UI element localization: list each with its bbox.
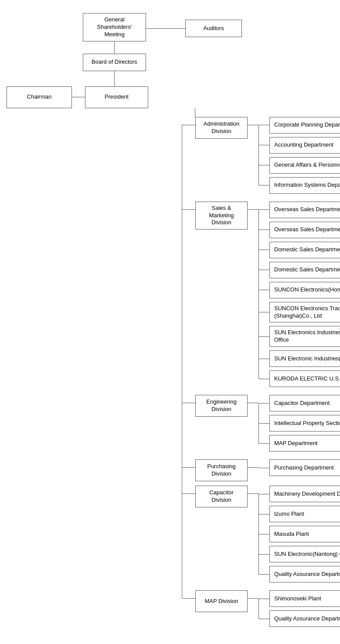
dept-h-branch	[258, 125, 269, 125]
dept-entry: Izumo Plant	[258, 506, 340, 522]
dept-name: SUNCON Electronics(Hong Kong) Co., Ltd	[269, 282, 340, 298]
dept-h-branch	[258, 468, 269, 468]
dept-name: Overseas Sales Department 1	[269, 202, 340, 218]
dept-h-branch	[258, 619, 269, 619]
dept-h-branch	[258, 185, 269, 185]
gsm-to-bod-line	[114, 41, 115, 54]
division-entry-5: MAP DivisionShimonoseki PlantQuality Ass…	[182, 590, 340, 630]
dept-name: Intellectual Property Section	[269, 415, 340, 432]
div-to-depts-h-3	[248, 467, 258, 468]
gsm-to-auditors-line	[146, 28, 185, 29]
dept-h-branch	[258, 145, 269, 145]
auditors-label: Auditors	[203, 25, 224, 32]
dept-name: Accounting Department	[269, 137, 340, 154]
dept-entry: Quality Assurance Department	[258, 566, 340, 582]
dept-entry: SUN Electronic Industries(Europe) GmbH	[258, 350, 340, 367]
trunk-branch-5	[182, 598, 195, 599]
dept-h-branch	[258, 534, 269, 534]
dept-h-branch	[258, 336, 269, 337]
dept-name: Masuda Plant	[269, 526, 340, 542]
division-box-2: Engineering Division	[195, 395, 248, 417]
div-to-depts-h-2	[248, 403, 258, 403]
dept-name: SUN Electronic Industries(Europe) GmbH	[269, 350, 340, 367]
division-entry-4: Capacitor DivisionMachinery Development …	[182, 486, 340, 586]
dept-h-branch	[258, 599, 269, 599]
president-label: President	[105, 93, 129, 101]
dept-name: MAP Department	[269, 435, 340, 452]
dept-h-branch	[258, 403, 269, 404]
trunk-branch-1	[182, 209, 195, 210]
depts-wrap-4: Machinery Development DepartmentIzumo Pl…	[258, 486, 340, 586]
dept-name: Domestic Sales Department 1	[269, 242, 340, 258]
dept-entry: Quality Assurance Department	[258, 610, 340, 627]
division-entry-1: Sales & Marketing DivisionOverseas Sales…	[182, 202, 340, 391]
dept-entry: SUN Electronics Industries Corp. Taiwan …	[258, 326, 340, 347]
dept-name: Corporate Planning Department	[269, 117, 340, 134]
gsm-label: General Shareholders' Meeting	[88, 16, 141, 38]
depts-v-line-2	[258, 403, 259, 443]
dept-h-branch	[258, 250, 269, 250]
div-to-depts-h-0	[248, 125, 258, 125]
auditors-box: Auditors	[185, 20, 242, 37]
dept-h-branch	[258, 554, 269, 555]
dept-h-branch	[258, 494, 269, 494]
depts-v-line-4	[258, 494, 259, 574]
division-entry-2: Engineering DivisionCapacitor Department…	[182, 395, 340, 455]
dept-entry: SUN Electronic(Nantong) Co.,Ltd	[258, 546, 340, 562]
depts-v-line-1	[258, 210, 259, 379]
division-entry-0: Administration DivisionCorporate Plannin…	[182, 117, 340, 197]
dept-h-branch	[258, 230, 269, 230]
dept-h-branch	[258, 290, 269, 290]
dept-name: Domestic Sales Department 2	[269, 262, 340, 278]
dept-h-branch	[258, 379, 269, 379]
divisions-list: Administration DivisionCorporate Plannin…	[182, 117, 340, 631]
dept-name: SUN Electronics Industries Corp. Taiwan …	[269, 326, 340, 347]
dept-entry: Overseas Sales Department 2	[258, 222, 340, 238]
div-to-depts-h-1	[248, 209, 258, 210]
depts-wrap-3: Purchasing Department	[258, 459, 340, 480]
dept-entry: Information Systems Department	[258, 177, 340, 194]
division-box-5: MAP Division	[195, 590, 248, 612]
dept-entry: General Affairs & Personnel Department	[258, 157, 340, 174]
dept-name: Capacitor Department	[269, 395, 340, 411]
trunk-branch-2	[182, 403, 195, 403]
dept-entry: Intellectual Property Section	[258, 415, 340, 432]
chair-to-pres-h-line	[72, 97, 85, 97]
dept-h-branch	[258, 359, 269, 359]
dept-h-branch	[258, 209, 269, 210]
dept-entry: Capacitor Department	[258, 395, 340, 411]
depts-v-line-0	[258, 125, 259, 185]
dept-name: SUN Electronic(Nantong) Co.,Ltd	[269, 546, 340, 562]
dept-name: Quality Assurance Department	[269, 566, 340, 582]
dept-entry: Machinery Development Department	[258, 486, 340, 502]
depts-wrap-5: Shimonoseki PlantQuality Assurance Depar…	[258, 590, 340, 630]
dept-name: Shimonoseki Plant	[269, 590, 340, 607]
division-entry-3: Purchasing DivisionPurchasing Department	[182, 459, 340, 481]
dept-entry: Shimonoseki Plant	[258, 590, 340, 607]
dept-entry: MAP Department	[258, 435, 340, 452]
dept-name: Information Systems Department	[269, 177, 340, 194]
chairman-label: Chairman	[27, 93, 51, 101]
president-box: President	[85, 86, 148, 108]
dept-name: Overseas Sales Department 2	[269, 222, 340, 238]
depts-wrap-2: Capacitor DepartmentIntellectual Propert…	[258, 395, 340, 455]
dept-name: SUNCON Electronics Trading (Shanghai)Co.…	[269, 302, 340, 323]
trunk-branch-3	[182, 467, 195, 468]
dept-h-branch	[258, 443, 269, 444]
dept-h-branch	[258, 312, 269, 312]
dept-entry: Masuda Plant	[258, 526, 340, 542]
trunk-branch-4	[182, 493, 195, 494]
dept-entry: KURODA ELECTRIC U.S.A. Inc.	[258, 370, 340, 387]
pres-to-trunk-line	[195, 108, 195, 117]
trunk-branch-0	[182, 125, 195, 125]
dept-h-branch	[258, 574, 269, 575]
main-divisions-area: Administration DivisionCorporate Plannin…	[182, 117, 331, 631]
dept-entry: Accounting Department	[258, 137, 340, 154]
org-chart: General Shareholders' Meeting Auditors B…	[4, 9, 336, 635]
dept-entry: Corporate Planning Department	[258, 117, 340, 134]
dept-name: KURODA ELECTRIC U.S.A. Inc.	[269, 370, 340, 387]
chairman-president-row: Chairman President	[7, 86, 148, 108]
dept-entry: Purchasing Department	[258, 459, 340, 476]
dept-h-branch	[258, 165, 269, 165]
depts-wrap-0: Corporate Planning DepartmentAccounting …	[258, 117, 340, 197]
